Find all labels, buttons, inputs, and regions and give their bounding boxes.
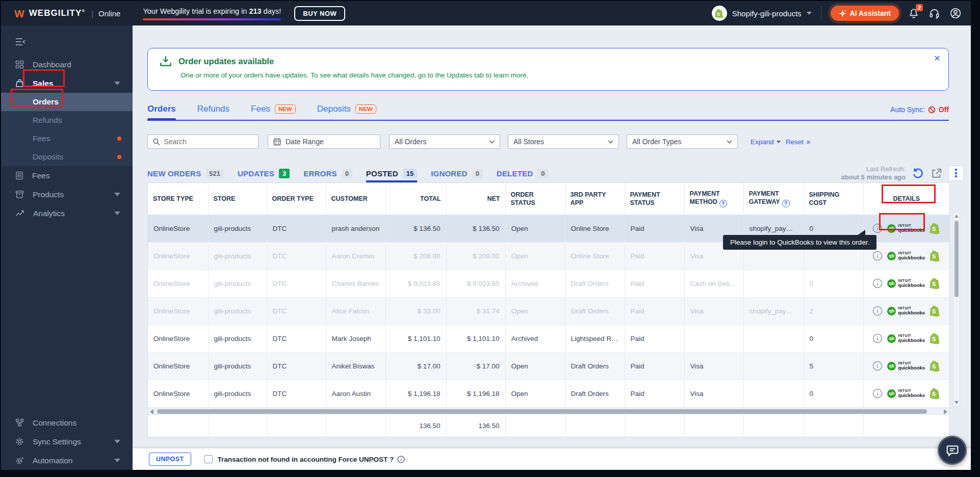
sidebar-item-dashboard[interactable]: Dashboard bbox=[1, 55, 133, 74]
tab-ignored[interactable]: IGNORED 0 bbox=[431, 164, 483, 182]
buy-now-button[interactable]: BUY NOW bbox=[294, 6, 345, 21]
sidebar-item-fees[interactable]: Fees bbox=[1, 166, 133, 185]
refresh-icon[interactable] bbox=[912, 167, 924, 180]
col-details[interactable]: DETAILS bbox=[863, 183, 949, 215]
shopify-link[interactable]: S bbox=[930, 278, 940, 289]
store-selector[interactable]: S Shopify-gili-products bbox=[712, 6, 812, 21]
tab-orders[interactable]: Orders bbox=[147, 104, 176, 120]
quickbooks-link[interactable]: qb intuitquickbooks bbox=[887, 334, 925, 342]
external-link-icon[interactable] bbox=[931, 168, 942, 179]
col-shipping-cost[interactable]: SHIPPING COST bbox=[804, 183, 863, 215]
reset-filters-link[interactable]: Reset× bbox=[786, 138, 811, 146]
scroll-down-arrow[interactable] bbox=[955, 401, 959, 404]
sidebar-collapse-button[interactable] bbox=[1, 33, 133, 55]
ai-assistant-button[interactable]: AI Assistant bbox=[831, 6, 899, 21]
store-filter-select[interactable]: All Stores bbox=[508, 135, 619, 149]
shopify-link[interactable]: S bbox=[930, 388, 940, 400]
date-range-picker[interactable]: Date Range bbox=[268, 135, 380, 149]
force-unpost-label: Transaction not found in accounting Forc… bbox=[218, 456, 405, 463]
col-store-type[interactable]: STORE TYPE bbox=[148, 183, 208, 215]
col-payment-method[interactable]: PAYMENT METHOD? bbox=[684, 183, 743, 215]
col-payment-gateway[interactable]: PAYMENT GATEWAY? bbox=[743, 183, 804, 215]
tab-errors[interactable]: ERRORS 0 bbox=[303, 164, 352, 182]
cell-order-type: DTC bbox=[267, 325, 326, 352]
notifications-button[interactable]: 2 bbox=[908, 7, 919, 19]
info-icon[interactable] bbox=[397, 456, 405, 463]
info-icon[interactable] bbox=[872, 333, 883, 343]
col-3rd-party-app[interactable]: 3RD PARTY APP bbox=[565, 183, 625, 215]
table-row[interactable]: OnlineStore gili-products DTC Aaron Aust… bbox=[148, 380, 949, 407]
more-options-button[interactable]: ••• bbox=[948, 166, 964, 181]
webgility-logo[interactable]: W WEBGILITY® bbox=[14, 8, 85, 19]
account-button[interactable] bbox=[949, 7, 962, 19]
quickbooks-link[interactable]: qb intuitquickbooks bbox=[887, 279, 925, 287]
vertical-scrollbar[interactable] bbox=[953, 212, 960, 407]
sidebar-item-sync-settings[interactable]: Sync Settings bbox=[1, 432, 133, 451]
tab-deposits[interactable]: DepositsNEW bbox=[317, 104, 376, 120]
unpost-button[interactable]: UNPOST bbox=[149, 453, 191, 466]
info-icon[interactable] bbox=[872, 278, 883, 288]
vertical-scroll-thumb[interactable] bbox=[955, 221, 959, 297]
tab-new-orders[interactable]: NEW ORDERS 521 bbox=[147, 164, 224, 182]
table-row[interactable]: OnlineStore gili-products DTC Aniket Bis… bbox=[148, 352, 949, 380]
sidebar-item-sales[interactable]: Sales bbox=[1, 74, 133, 93]
cell-3rd-party-app: Online Store bbox=[565, 215, 625, 242]
tab-refunds[interactable]: Refunds bbox=[197, 104, 229, 120]
tab-updates[interactable]: UPDATES 3 bbox=[238, 164, 290, 182]
order-type-filter-select[interactable]: All Order Types bbox=[627, 135, 738, 149]
col-total[interactable]: TOTAL bbox=[385, 183, 446, 215]
quickbooks-link[interactable]: qb intuitquickbooks bbox=[887, 224, 925, 232]
scroll-left-arrow[interactable] bbox=[150, 409, 153, 414]
table-row[interactable]: OnlineStore gili-products DTC Mark Josep… bbox=[148, 325, 949, 352]
info-icon[interactable] bbox=[872, 251, 883, 261]
sidebar-item-products[interactable]: Products bbox=[1, 185, 133, 204]
quickbooks-link[interactable]: qb intuitquickbooks bbox=[887, 251, 925, 260]
col-customer[interactable]: CUSTOMER bbox=[326, 183, 385, 215]
table-row[interactable]: OnlineStore gili-products DTC Charles Ba… bbox=[148, 270, 949, 297]
help-icon[interactable]: ? bbox=[782, 200, 790, 207]
shopify-link[interactable]: S bbox=[930, 223, 940, 234]
force-unpost-checkbox[interactable] bbox=[204, 455, 213, 463]
sidebar-item-fees-sub[interactable]: Fees bbox=[1, 129, 133, 148]
shopify-link[interactable]: S bbox=[930, 333, 940, 344]
quickbooks-link[interactable]: qb intuitquickbooks bbox=[887, 389, 925, 398]
search-input[interactable] bbox=[164, 138, 253, 146]
tab-fees[interactable]: FeesNEW bbox=[251, 104, 296, 120]
sidebar-item-deposits[interactable]: Deposits bbox=[1, 148, 133, 166]
auto-sync-status[interactable]: Auto Sync: Off bbox=[890, 104, 949, 114]
col-payment-status[interactable]: PAYMENT STATUS bbox=[625, 183, 684, 215]
chat-widget-button[interactable] bbox=[938, 436, 967, 465]
sidebar-item-refunds[interactable]: Refunds bbox=[1, 111, 133, 129]
scroll-up-arrow[interactable] bbox=[955, 215, 959, 218]
orders-table: STORE TYPE STORE ORDER TYPE CUSTOMER TOT… bbox=[148, 183, 949, 408]
col-order-status[interactable]: ORDER STATUS bbox=[505, 183, 565, 215]
horizontal-scrollbar[interactable] bbox=[148, 408, 949, 414]
tab-posted[interactable]: POSTED 15 bbox=[366, 164, 417, 182]
quickbooks-link[interactable]: qb intuitquickbooks bbox=[887, 306, 925, 315]
order-filter-select[interactable]: All Orders bbox=[389, 135, 500, 149]
col-store[interactable]: STORE bbox=[208, 183, 267, 215]
info-icon[interactable] bbox=[872, 306, 883, 316]
col-net[interactable]: NET bbox=[446, 183, 505, 215]
info-icon[interactable] bbox=[872, 361, 883, 371]
info-icon[interactable] bbox=[872, 223, 883, 233]
sidebar-item-connections[interactable]: Connections bbox=[1, 413, 133, 432]
scroll-right-arrow[interactable] bbox=[944, 409, 947, 414]
expand-filters-link[interactable]: Expand bbox=[751, 138, 781, 146]
cell-store: gili-products bbox=[208, 325, 267, 352]
quickbooks-link[interactable]: qb intuitquickbooks bbox=[887, 361, 925, 370]
info-icon[interactable] bbox=[872, 388, 883, 399]
shopify-link[interactable]: S bbox=[930, 250, 940, 262]
help-icon[interactable]: ? bbox=[719, 200, 727, 207]
sidebar-item-analytics[interactable]: Analytics bbox=[1, 204, 133, 223]
table-row[interactable]: OnlineStore gili-products DTC Alice Falc… bbox=[148, 297, 949, 325]
sidebar-item-automation[interactable]: Automation bbox=[1, 451, 133, 470]
col-order-type[interactable]: ORDER TYPE bbox=[267, 183, 326, 215]
tab-deleted[interactable]: DELETED 0 bbox=[497, 164, 549, 182]
close-icon[interactable]: × bbox=[934, 52, 940, 63]
shopify-link[interactable]: S bbox=[930, 305, 940, 317]
shopify-link[interactable]: S bbox=[930, 360, 940, 372]
support-button[interactable] bbox=[929, 8, 940, 19]
horizontal-scroll-thumb[interactable] bbox=[157, 409, 927, 414]
sidebar-item-orders[interactable]: Orders bbox=[1, 93, 133, 111]
